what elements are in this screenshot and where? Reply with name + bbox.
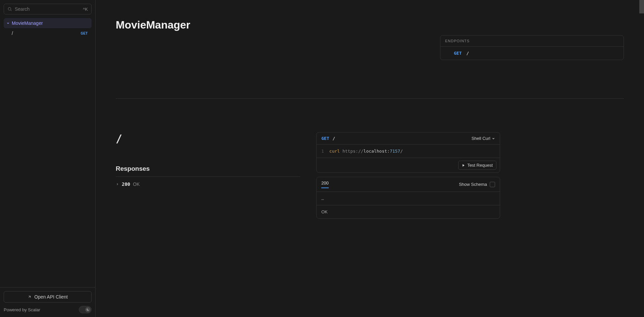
show-schema-toggle[interactable]: Show Schema xyxy=(459,182,495,187)
chevron-right-icon xyxy=(116,182,119,186)
test-request-button[interactable]: Test Request xyxy=(458,161,496,170)
play-icon xyxy=(462,164,465,167)
page-title: MovieManager xyxy=(116,19,624,31)
endpoint-method: GET xyxy=(454,51,462,56)
response-footer: OK xyxy=(317,205,500,218)
svg-line-2 xyxy=(29,296,31,298)
client-select[interactable]: Shell Curl xyxy=(472,136,495,141)
request-header-left: GET / xyxy=(321,136,335,141)
nav-item[interactable]: / GET xyxy=(4,28,92,38)
scrollbar-thumb[interactable] xyxy=(639,0,644,13)
scrollbar[interactable] xyxy=(639,0,644,317)
request-method: GET xyxy=(321,136,329,141)
code-block: 1 curl https://localhost:7157/ xyxy=(317,145,500,158)
response-body: … xyxy=(317,192,500,205)
moon-icon xyxy=(86,308,90,311)
search-icon xyxy=(7,7,12,11)
code-line: curl https://localhost:7157/ xyxy=(329,149,403,154)
toggle-knob xyxy=(85,307,91,312)
test-request-label: Test Request xyxy=(467,163,493,168)
svg-line-1 xyxy=(11,10,12,11)
external-link-icon xyxy=(28,295,32,299)
endpoint-path-heading: / xyxy=(116,132,300,145)
search-input[interactable] xyxy=(15,6,80,12)
schema-label: Show Schema xyxy=(459,182,487,187)
svg-point-0 xyxy=(8,7,11,10)
response-row[interactable]: 200 OK xyxy=(116,181,300,187)
endpoints-row[interactable]: GET / xyxy=(440,47,624,60)
nav-section: MovieManager / GET xyxy=(0,18,95,287)
response-card-header: 200 Show Schema xyxy=(317,177,500,192)
powered-by-text: Powered by Scalar xyxy=(4,307,40,312)
search-box[interactable]: ^K xyxy=(4,4,92,14)
section-divider xyxy=(116,98,624,99)
theme-toggle[interactable] xyxy=(79,306,92,313)
chevron-down-icon xyxy=(6,21,10,25)
line-number: 1 xyxy=(321,149,324,154)
endpoint-path: / xyxy=(466,51,469,56)
client-label: Shell Curl xyxy=(472,136,490,141)
endpoints-card: ENDPOINTS GET / xyxy=(440,35,624,60)
nav-item-label: / xyxy=(12,31,13,36)
status-tab[interactable]: 200 xyxy=(321,180,329,188)
endpoints-header: ENDPOINTS xyxy=(440,36,624,47)
endpoint-section: / Responses 200 OK GET / Shell C xyxy=(116,132,624,219)
search-container: ^K xyxy=(0,0,95,18)
sidebar: ^K MovieManager / GET Open API Client Po… xyxy=(0,0,96,317)
response-code: 200 xyxy=(122,181,130,187)
nav-group-label: MovieManager xyxy=(12,20,43,26)
search-shortcut: ^K xyxy=(83,7,88,12)
nav-group[interactable]: MovieManager xyxy=(4,18,92,28)
svg-marker-3 xyxy=(463,164,465,167)
responses-title: Responses xyxy=(116,165,300,172)
request-path: / xyxy=(332,136,335,141)
chevron-down-icon xyxy=(492,137,495,140)
open-api-client-button[interactable]: Open API Client xyxy=(4,291,92,303)
main-content: MovieManager ENDPOINTS GET / / Responses… xyxy=(96,0,644,317)
test-row: Test Request xyxy=(317,158,500,172)
schema-checkbox[interactable] xyxy=(490,182,495,187)
sidebar-footer: Open API Client Powered by Scalar xyxy=(0,287,95,317)
endpoint-right: GET / Shell Curl 1 curl h xyxy=(316,132,500,219)
response-label: OK xyxy=(133,181,140,187)
responses-divider xyxy=(116,176,300,177)
request-card: GET / Shell Curl 1 curl h xyxy=(316,132,500,173)
endpoint-left: / Responses 200 OK xyxy=(116,132,300,219)
request-header: GET / Shell Curl xyxy=(317,133,500,145)
api-client-label: Open API Client xyxy=(34,294,68,300)
powered-row: Powered by Scalar xyxy=(4,306,92,313)
response-card: 200 Show Schema … OK xyxy=(316,177,500,219)
method-badge: GET xyxy=(80,32,88,35)
